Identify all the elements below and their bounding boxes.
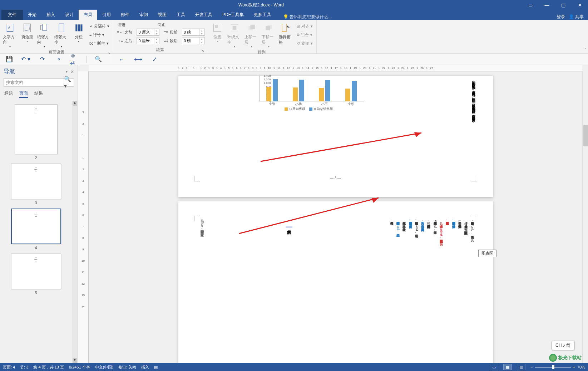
horizontal-ruler[interactable]: 1 · 2 · 1 · · · 1 · · · 1 · 2 · 1 · 3 · … <box>89 65 582 71</box>
status-language[interactable]: 中文(中国) <box>95 365 113 370</box>
status-word-count[interactable]: 0/2451 个字 <box>69 365 90 370</box>
tell-me-field[interactable]: 💡 告诉我您想要做什么... <box>276 14 332 20</box>
zoom-level[interactable]: 70% <box>577 365 585 369</box>
tab-review[interactable]: 审阅 <box>134 10 153 20</box>
tab-references[interactable]: 引用 <box>97 10 116 20</box>
thumbnail-page-4[interactable]: ▪▪▪▪▪▪▪▪▪▪▪▪▪▪▪4 <box>11 209 61 250</box>
minimize-button[interactable]: — <box>539 0 555 10</box>
vertical-ruler[interactable]: 3211234567891011121314 <box>78 71 89 363</box>
svg-rect-6 <box>59 24 64 32</box>
page-setup-launcher-icon[interactable]: ↘ <box>107 51 110 55</box>
page-3[interactable]: 02004006008001,0001,2001,400小张小杨小王小彭11月销… <box>178 76 493 197</box>
page4-selected-text[interactable]: 示例文字内容 <box>286 226 292 228</box>
status-page[interactable]: 页面: 4 <box>3 365 15 370</box>
login-link[interactable]: 登录 <box>557 14 565 20</box>
paragraph-launcher-icon[interactable]: ↘ <box>201 49 204 52</box>
tab-pdf[interactable]: PDF工具集 <box>217 10 249 20</box>
document-area: 1 · 2 · 1 · · · 1 · · · 1 · 2 · 1 · 3 · … <box>78 65 588 363</box>
view-read-icon[interactable]: ▭ <box>490 364 498 370</box>
orientation-button[interactable]: 纸张方向▾ <box>36 21 52 49</box>
zoom-in-icon[interactable]: + <box>573 365 575 369</box>
ribbon-display-options-icon[interactable]: ▭ <box>522 0 539 10</box>
svg-rect-8 <box>78 24 80 31</box>
nav-tab-pages[interactable]: 页面 <box>19 90 28 98</box>
tab-tools[interactable]: 工具 <box>172 10 190 20</box>
selection-pane-button[interactable]: 选择窗格 <box>278 21 294 46</box>
chart[interactable]: 02004006008001,0001,2001,400小张小杨小王小彭11月销… <box>246 76 368 111</box>
breaks-button[interactable]: ⤶ 分隔符 ▾ <box>88 22 111 30</box>
save-icon[interactable]: 💾 <box>4 55 14 64</box>
find-icon[interactable]: 🔍 <box>93 55 103 64</box>
undo-icon[interactable]: ↶ ▾ <box>21 55 31 64</box>
bring-forward-button[interactable]: 上移一层▾ <box>244 21 260 49</box>
svg-rect-12 <box>233 26 237 30</box>
page-4[interactable]: office 帮助培训反馈将文字在页面上居中以及对齐到左、右或居中 示例文字内容… <box>178 201 493 363</box>
tab-view[interactable]: 视图 <box>153 10 172 20</box>
send-backward-button[interactable]: 下移一层▾ <box>261 21 277 49</box>
rotate-button[interactable]: ⟲ 旋转 ▾ <box>295 39 314 47</box>
tab-layout[interactable]: 布局 <box>79 10 97 20</box>
thumbnail-page-2[interactable]: ▪▪▪▪▪▪▪▪▪▪▪▪▪▪▪2 <box>11 104 61 160</box>
thumbnail-page-3[interactable]: ▪▪▪▪▪▪▪▪▪▪▪▪▪▪▪3 <box>11 164 61 205</box>
nav-scrollbar[interactable]: ▴ ▾ <box>72 101 78 363</box>
collapse-ribbon-icon[interactable]: ˇ <box>585 48 586 52</box>
indent-right-input[interactable]: ▴▾ <box>137 37 159 44</box>
maximize-button[interactable]: ▢ <box>555 0 572 10</box>
status-track-changes[interactable]: 修订: 关闭 <box>118 365 136 370</box>
view-web-icon[interactable]: ▥ <box>517 364 525 370</box>
search-icon[interactable]: 🔍▾ <box>64 79 74 86</box>
hyphenation-button[interactable]: bc⁻ 断字 ▾ <box>88 39 111 47</box>
svg-line-22 <box>239 198 379 234</box>
page3-text-column: 功能强大的方法帮助您证明您的观点。当您单击联机视频时，的视频的视频。可以在想要添… <box>471 78 476 178</box>
close-button[interactable]: ✕ <box>572 0 588 10</box>
text-direction-button[interactable]: A文字方向▾ <box>2 21 18 49</box>
svg-rect-3 <box>25 25 29 31</box>
nav-tab-results[interactable]: 结果 <box>34 90 43 98</box>
tab-mailings[interactable]: 邮件 <box>116 10 134 20</box>
coauth-icon[interactable]: ☺⇄ <box>70 55 80 64</box>
ruler-icon[interactable]: ⟷ <box>133 55 143 64</box>
zoom-out-icon[interactable]: − <box>530 365 533 369</box>
ime-indicator[interactable]: CH ♪ 简 <box>552 341 574 350</box>
size-button[interactable]: 纸张大小▾ <box>54 21 69 49</box>
status-insert-mode[interactable]: 插入 <box>141 365 149 370</box>
view-print-icon[interactable]: ▦ <box>503 364 512 370</box>
tab-home[interactable]: 开始 <box>23 10 41 20</box>
thumbnail-page-5[interactable]: ▪▪▪▪▪▪▪▪▪▪▪▪▪▪▪5 <box>11 254 61 295</box>
align-button[interactable]: ⊞ 对齐 ▾ <box>295 22 314 30</box>
tab-more[interactable]: 更多工具 <box>249 10 276 20</box>
document-scroll[interactable]: 02004006008001,0001,2001,400小张小杨小王小彭11月销… <box>89 71 582 363</box>
outline-icon[interactable]: ⤢ <box>149 55 159 64</box>
touch-mode-icon[interactable]: ⌖ <box>54 55 64 64</box>
status-section[interactable]: 节: 3 <box>20 365 28 370</box>
indent-left-input[interactable]: ▴▾ <box>137 29 159 36</box>
text-column: 如果在达到结尾处之前需要停止读取，Word 会记住您的 <box>395 219 401 355</box>
status-page-of[interactable]: 第 4 页，共 13 页 <box>33 365 64 370</box>
redo-icon[interactable]: ↷ <box>37 55 47 64</box>
window-title: Word教程2.docx - Word <box>0 2 522 8</box>
tab-design[interactable]: 设计 <box>60 10 79 20</box>
columns-button[interactable]: 分栏▾ <box>71 21 87 44</box>
text-column: 应文档的方式的选项。 Word 中编辑时间。 <box>414 219 419 355</box>
watermark-logo-icon <box>549 354 557 362</box>
position-button[interactable]: 位置▾ <box>209 21 225 44</box>
nav-search-input[interactable]: 🔍▾ <box>4 78 74 87</box>
spacing-before-input[interactable]: ▴▾ <box>182 29 205 36</box>
tab-developer[interactable]: 开发工具 <box>190 10 217 20</box>
nav-tab-headings[interactable]: 标题 <box>4 90 13 98</box>
share-button[interactable]: 👤 共享 <box>569 14 584 20</box>
text-column: 为使您的文档具有专业外观，Word。提供了页眉、页 <box>469 219 475 355</box>
vertical-scrollbar[interactable] <box>582 71 588 363</box>
spacing-after-input[interactable]: ▴▾ <box>182 37 205 44</box>
zoom-slider[interactable] <box>535 367 571 368</box>
margins-button[interactable]: 页边距▾ <box>19 21 35 44</box>
nav-dropdown-icon[interactable]: ▾ <box>66 70 68 74</box>
group-button[interactable]: ⧉ 组合 ▾ <box>295 31 314 39</box>
svg-marker-23 <box>371 198 379 203</box>
tab-stops-icon[interactable]: ⌐ <box>117 55 127 64</box>
nav-close-icon[interactable]: ✕ <box>70 69 74 74</box>
tab-file[interactable]: 文件 <box>1 10 23 20</box>
tab-insert[interactable]: 插入 <box>41 10 60 20</box>
line-numbers-button[interactable]: ≡ 行号 ▾ <box>88 31 111 39</box>
wrap-text-button[interactable]: 环绕文字▾ <box>227 21 242 49</box>
